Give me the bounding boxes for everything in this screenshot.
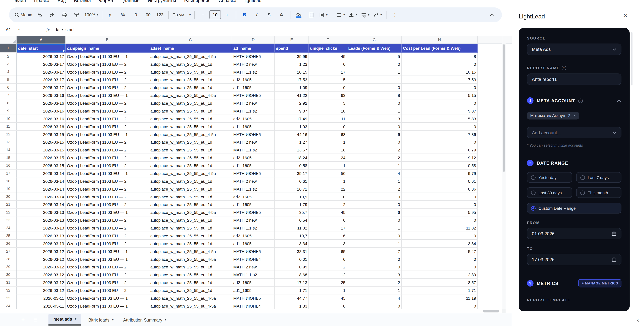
cell[interactable]: 3	[309, 240, 347, 248]
cell[interactable]: Ozdo | LeadForm | 1103 EU — 2	[66, 232, 149, 240]
cell[interactable]: 11	[309, 115, 347, 123]
cell[interactable]: MATH ИЮНЬ5	[232, 92, 275, 100]
cell[interactable]: Ozdo | LeadForm | 1103 EU — 2	[66, 162, 149, 170]
to-date-input[interactable]: 17.03.2026	[527, 254, 622, 265]
cell[interactable]: MATH ИЮНЬ5	[232, 52, 275, 60]
cell[interactable]: ad1_1605	[232, 84, 275, 92]
cell[interactable]: 41,22	[275, 92, 309, 100]
cell[interactable]: Ozdo | LeadForm | 1103 EU — 2	[66, 185, 149, 193]
cell[interactable]: 18	[309, 146, 347, 154]
cell[interactable]: 0	[402, 263, 478, 271]
cell[interactable]: Ozdo | LeadForm | 1103 EU — 2	[66, 177, 149, 185]
menu-item[interactable]: Формат	[99, 0, 115, 3]
cell[interactable]: Ozdo | LeadForm | 11.03 EU — 1	[66, 52, 149, 60]
cell[interactable]: autoplace_w_math_25_55_eu_1d	[149, 76, 232, 84]
cell[interactable]: 1,79	[275, 201, 309, 209]
date-preset-last-30-days[interactable]: Last 30 days	[527, 187, 572, 198]
cell[interactable]: 0	[402, 123, 478, 130]
cell[interactable]: Ozdo | LeadForm | 11.03 EU — 1	[66, 170, 149, 177]
cell[interactable]: autoplace_w_math_25_55_eu_1d	[149, 60, 232, 68]
cell[interactable]: ad1_1605	[232, 286, 275, 294]
strikethrough-button[interactable]: S	[263, 10, 275, 20]
cell[interactable]: 2	[347, 279, 402, 287]
cell[interactable]: MATH ИЮНЬ5	[232, 170, 275, 177]
date-preset-last-7-days[interactable]: Last 7 days	[576, 172, 621, 183]
cell[interactable]: 5	[347, 52, 402, 60]
tab-meta-ads[interactable]: meta ads ▾	[48, 314, 81, 326]
cell[interactable]: 24	[309, 154, 347, 162]
cell[interactable]: 44,77	[275, 294, 309, 302]
cell[interactable]: Ozdo | LeadForm | 1103 EU — 2	[66, 263, 149, 271]
cell[interactable]: 63	[309, 92, 347, 100]
help-icon[interactable]: ?	[578, 98, 583, 103]
cell[interactable]: autoplace_w_math_25_55_eu_1d	[149, 146, 232, 154]
cell[interactable]: 39,17	[275, 170, 309, 177]
date-preset-this-month[interactable]: This month	[576, 187, 621, 198]
cell[interactable]: MATH 2 new	[232, 99, 275, 107]
cell[interactable]: 25	[309, 279, 347, 287]
column-header[interactable]: H	[402, 36, 478, 44]
cell[interactable]: 1	[347, 240, 402, 248]
cell[interactable]: 2026-03-17	[17, 52, 66, 60]
row-header[interactable]: 32	[0, 286, 17, 294]
cell[interactable]: 35,7	[275, 209, 309, 216]
zoom-select[interactable]: 100%▾	[83, 10, 99, 20]
cell[interactable]: 2026-03-12	[17, 271, 66, 279]
panel-scrollbar-thumb[interactable]	[631, 32, 632, 86]
menu-item[interactable]: Правка	[34, 0, 50, 3]
cell[interactable]: 2026-03-13	[17, 232, 66, 240]
row-header[interactable]: 2	[0, 52, 17, 60]
horizontal-scrollbar[interactable]	[427, 310, 502, 313]
hide-toolbar-button[interactable]	[486, 10, 498, 20]
cell[interactable]: 2026-03-17	[17, 84, 66, 92]
cell[interactable]: 1	[347, 68, 402, 76]
meta-account-section-header[interactable]: 1 META ACCOUNT ?	[527, 97, 622, 104]
cell[interactable]: Ozdo | LeadForm | 11.03 EU — 1	[66, 294, 149, 302]
cell[interactable]: 4	[347, 170, 402, 177]
row-header[interactable]: 20	[0, 193, 17, 201]
cell[interactable]: Ozdo | LeadForm | 1103 EU — 2	[66, 99, 149, 107]
cell[interactable]: 2026-03-15	[17, 130, 66, 138]
redo-button[interactable]	[46, 10, 58, 20]
menu-item[interactable]: Данные	[123, 0, 140, 3]
cell[interactable]: MATH ИЮНЬ5	[232, 294, 275, 302]
name-box[interactable]: A1 ▾	[0, 27, 38, 32]
row-header[interactable]: 30	[0, 271, 17, 279]
increase-decimal-button[interactable]: .00	[142, 10, 154, 20]
select-all-corner[interactable]	[0, 36, 17, 44]
cell[interactable]: 1	[347, 76, 402, 84]
cell[interactable]: 6	[347, 130, 402, 138]
cell[interactable]: autoplace_w_math_25_55_eu_1d	[149, 240, 232, 248]
source-select[interactable]: Meta Ads	[527, 44, 622, 55]
cell[interactable]: 2026-03-14	[17, 201, 66, 209]
cell[interactable]: autoplace_w_math_25_55_eu_4-5a	[149, 209, 232, 216]
increase-font-size-button[interactable]: +	[221, 10, 233, 20]
column-header[interactable]: B	[66, 36, 149, 44]
horizontal-align-button[interactable]: ▾	[335, 10, 346, 20]
row-header[interactable]: 6	[0, 84, 17, 92]
tab-bitrix-leads[interactable]: Bitrix leads▾	[84, 313, 118, 326]
text-wrap-button[interactable]: ▾	[359, 10, 371, 20]
remove-chip-icon[interactable]: ×	[574, 113, 576, 118]
cell[interactable]: 9,87	[275, 107, 309, 115]
cell[interactable]: 0	[309, 84, 347, 92]
cell[interactable]: 9,12	[402, 154, 478, 162]
cell[interactable]: MATH 2 new	[232, 263, 275, 271]
cell[interactable]: 0	[402, 256, 478, 263]
vertical-scrollbar[interactable]	[502, 36, 506, 309]
menu-item[interactable]: Вид	[58, 0, 66, 3]
bold-button[interactable]: B	[238, 10, 250, 20]
cell[interactable]: 0	[347, 201, 402, 209]
cell[interactable]: 2026-03-14	[17, 193, 66, 201]
cell[interactable]: 1	[309, 286, 347, 294]
cell[interactable]: 6	[309, 232, 347, 240]
cell[interactable]: 0,01	[275, 256, 309, 263]
cell[interactable]: 2026-03-12	[17, 263, 66, 271]
cell[interactable]: 1	[347, 107, 402, 115]
menu-item[interactable]: Справка	[219, 0, 236, 3]
cell[interactable]: Ozdo | LeadForm | 1103 EU — 2	[66, 60, 149, 68]
cell[interactable]: 3	[309, 99, 347, 107]
cell[interactable]: ad1_1605	[232, 123, 275, 130]
cell[interactable]: 0	[309, 302, 347, 309]
row-header[interactable]: 25	[0, 232, 17, 240]
